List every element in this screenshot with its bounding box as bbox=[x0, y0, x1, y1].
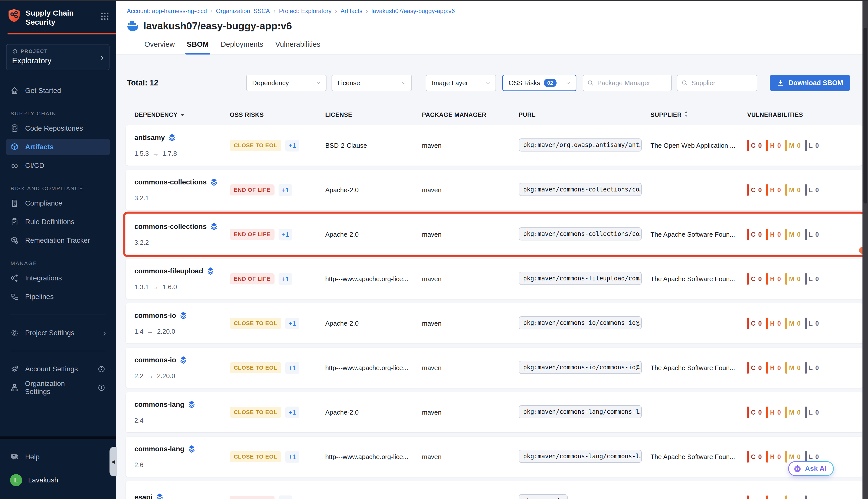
column-header-dependency[interactable]: DEPENDENCY bbox=[134, 111, 230, 118]
sidebar-item-remediation-tracker[interactable]: Remediation Tracker bbox=[6, 232, 110, 249]
severity-count: C 0 bbox=[751, 186, 762, 194]
column-header-oss-risks[interactable]: OSS RISKS bbox=[230, 111, 325, 118]
risk-extra-badge[interactable]: +1 bbox=[278, 229, 293, 241]
main-content: Account: app-harness-ng-cicd›Organizatio… bbox=[116, 0, 868, 499]
table-row[interactable]: commons-lang 2.6→ CLOSE TO EOL +1 http--… bbox=[126, 437, 863, 477]
filter-dropdown-license[interactable]: License bbox=[332, 75, 412, 91]
sidebar-section: MANAGE Integrations Pipelines bbox=[6, 260, 110, 305]
risk-badge: END OF LIFE bbox=[230, 496, 274, 499]
breadcrumb-link[interactable]: lavakush07/easy-buggy-app:v6 bbox=[371, 8, 455, 15]
sidebar-section: RISK AND COMPLIANCE Compliance Rule Defi… bbox=[6, 185, 110, 249]
sidebar-item-integrations[interactable]: Integrations bbox=[6, 270, 110, 287]
column-header-purl[interactable]: PURL bbox=[519, 111, 650, 118]
table-row[interactable]: commons-io 2.2→2.20.0 CLOSE TO EOL +1 ht… bbox=[126, 348, 863, 388]
tab-overview[interactable]: Overview bbox=[145, 40, 175, 54]
sidebar-item-pipelines[interactable]: Pipelines bbox=[6, 289, 110, 305]
sidebar-item-organization-settings[interactable]: Organization Settings bbox=[6, 379, 110, 396]
column-header-license[interactable]: LICENSE bbox=[325, 111, 422, 118]
sidebar-item-compliance[interactable]: Compliance bbox=[6, 195, 110, 211]
purl-value[interactable]: pkg:maven/commons-collections/co… bbox=[519, 183, 642, 196]
table-row[interactable]: commons-fileupload 1.3.1→1.6.0 END OF LI… bbox=[126, 259, 863, 299]
sidebar-item-help[interactable]: ? Help bbox=[6, 449, 110, 465]
filter-dropdown-image-layer[interactable]: Image Layer bbox=[426, 75, 496, 91]
severity-count: L 0 bbox=[809, 276, 819, 283]
dependency-cell: commons-collections 3.2.2→ bbox=[134, 223, 230, 246]
tab-bar: OverviewSBOMDeploymentsVulnerabilities bbox=[116, 33, 868, 54]
sidebar-item-project-settings[interactable]: Project Settings › bbox=[6, 325, 110, 341]
purl-value[interactable]: pkg:maven/commons-collections/co… bbox=[519, 227, 642, 241]
breadcrumb-link[interactable]: Account: app-harness-ng-cicd bbox=[127, 8, 207, 15]
download-sbom-button[interactable]: Download SBOM bbox=[770, 75, 850, 91]
sidebar-item-ci-cd[interactable]: ∞ CI/CD bbox=[6, 157, 110, 174]
tab-sbom[interactable]: SBOM bbox=[187, 40, 209, 54]
sidebar-collapse-handle[interactable]: ◀ bbox=[110, 447, 117, 476]
risk-extra-badge[interactable]: +1 bbox=[278, 496, 293, 499]
vulnerability-count-high: H 0 bbox=[766, 318, 781, 329]
scrollbar-thumb[interactable] bbox=[864, 28, 867, 204]
oss-risk-cell: CLOSE TO EOL +1 bbox=[230, 451, 325, 463]
user-menu[interactable]: L Lavakush bbox=[6, 472, 110, 488]
vulnerability-count-critical: C 0 bbox=[747, 140, 762, 151]
risk-badge: CLOSE TO EOL bbox=[230, 318, 281, 329]
purl-value[interactable]: pkg:maven/commons-lang/commons-l… bbox=[519, 450, 642, 463]
sidebar-item-get-started[interactable]: Get Started bbox=[6, 82, 110, 99]
scrollbar[interactable] bbox=[863, 0, 868, 499]
risk-extra-badge[interactable]: +1 bbox=[278, 184, 293, 196]
table-row[interactable]: commons-collections 3.2.1→ END OF LIFE +… bbox=[126, 170, 863, 210]
purl-value[interactable]: pkg:maven/… bbox=[519, 494, 568, 499]
supplier-cell: The Apache Software Foun... bbox=[650, 231, 747, 239]
breadcrumb-link[interactable]: Organization: SSCA bbox=[216, 8, 270, 15]
dependency-cell: commons-lang 2.6→ bbox=[134, 445, 230, 469]
info-icon[interactable] bbox=[97, 365, 106, 374]
purl-value[interactable]: pkg:maven/org.owasp.antisamy/ant… bbox=[519, 138, 642, 151]
filter-dropdown-dependency[interactable]: Dependency bbox=[246, 75, 326, 91]
gear-icon bbox=[10, 328, 19, 338]
risk-extra-badge[interactable]: +1 bbox=[285, 362, 299, 374]
project-selector[interactable]: PROJECT Exploratory › bbox=[6, 44, 110, 70]
breadcrumb-link[interactable]: Artifacts bbox=[340, 8, 362, 15]
risk-extra-badge[interactable]: +1 bbox=[285, 451, 299, 463]
breadcrumb-link[interactable]: Project: Exploratory bbox=[279, 8, 332, 15]
risk-extra-badge[interactable]: +1 bbox=[285, 318, 299, 329]
filter-dropdown-oss-risks[interactable]: OSS Risks02 bbox=[502, 75, 576, 91]
sidebar-item-label: Remediation Tracker bbox=[25, 236, 90, 244]
risk-extra-badge[interactable]: +1 bbox=[285, 406, 299, 418]
table-row[interactable]: commons-collections 3.2.2→ END OF LIFE +… bbox=[126, 214, 863, 255]
table-row[interactable]: commons-lang 2.4→ CLOSE TO EOL +1 Apache… bbox=[126, 392, 863, 433]
column-header-package-manager[interactable]: PACKAGE MANAGER bbox=[422, 111, 519, 118]
purl-value[interactable]: pkg:maven/commons-fileupload/com… bbox=[519, 272, 642, 285]
severity-bar-icon bbox=[766, 229, 768, 240]
dropdown-label: Dependency bbox=[252, 79, 289, 87]
info-icon[interactable] bbox=[97, 383, 106, 392]
tab-vulnerabilities[interactable]: Vulnerabilities bbox=[275, 40, 320, 54]
table-row[interactable]: commons-io 1.4→2.20.0 CLOSE TO EOL +1 Ap… bbox=[126, 303, 863, 343]
sidebar-item-code-repositories[interactable]: Code Repositories bbox=[6, 120, 110, 137]
purl-value[interactable]: pkg:maven/commons-lang/commons-l… bbox=[519, 405, 642, 418]
search-input[interactable] bbox=[691, 79, 753, 87]
dependency-version: 3.2.1→ bbox=[134, 194, 230, 202]
dependency-version: 2.2→2.20.0 bbox=[134, 372, 230, 380]
tab-deployments[interactable]: Deployments bbox=[221, 40, 263, 54]
column-header-vulnerabilities[interactable]: VULNERABILITIES bbox=[747, 111, 863, 118]
dependency-name: commons-collections bbox=[134, 178, 207, 186]
license-cell: http---www.apache.org-lice... bbox=[325, 453, 422, 461]
ask-ai-button[interactable]: Ask AI bbox=[788, 461, 834, 476]
table-row[interactable]: antisamy 1.5.3→1.7.8 CLOSE TO EOL +1 BSD… bbox=[126, 125, 863, 166]
purl-value[interactable]: pkg:maven/commons-io/commons-io@… bbox=[519, 316, 642, 329]
vulnerability-count-high: H 0 bbox=[766, 406, 781, 418]
sidebar-item-account-settings[interactable]: Account Settings bbox=[6, 361, 110, 377]
vulnerability-count-high: H 0 bbox=[766, 362, 781, 374]
risk-extra-badge[interactable]: +1 bbox=[285, 140, 299, 151]
risk-extra-badge[interactable]: +1 bbox=[278, 273, 293, 285]
table-row[interactable]: esapi → END OF LIFE +1 BSD-Creative Comm… bbox=[126, 481, 863, 499]
purl-value[interactable]: pkg:maven/commons-io/commons-io@… bbox=[519, 361, 642, 374]
vulnerability-count-critical: C 0 bbox=[747, 496, 762, 499]
module-switcher-icon[interactable] bbox=[100, 12, 109, 21]
severity-count: H 0 bbox=[770, 409, 781, 416]
dependency-name: commons-fileupload bbox=[134, 267, 203, 275]
column-header-supplier[interactable]: SUPPLIER bbox=[650, 111, 747, 119]
sidebar-item-artifacts[interactable]: Artifacts bbox=[6, 139, 110, 155]
sidebar-item-rule-definitions[interactable]: Rule Definitions bbox=[6, 214, 110, 230]
sidebar-item-label: Organization Settings bbox=[25, 380, 91, 396]
search-input[interactable] bbox=[597, 79, 667, 87]
